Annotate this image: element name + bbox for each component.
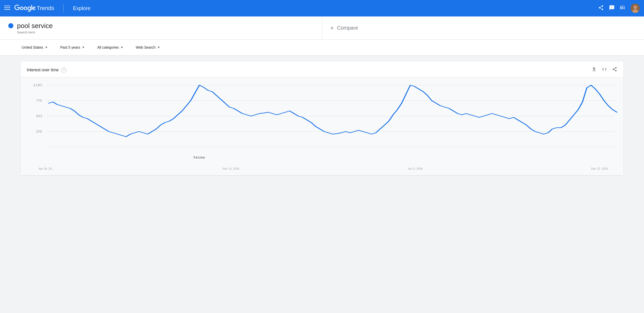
- time-range-label: Past 5 years: [60, 45, 80, 49]
- region-label: United States: [22, 45, 43, 49]
- search-type-label: Web Search: [136, 45, 156, 49]
- header-explore-label: Explore: [73, 5, 90, 11]
- share-icon[interactable]: [598, 5, 604, 12]
- search-type-filter[interactable]: Web Search ▼: [135, 44, 161, 51]
- category-filter[interactable]: All categories ▼: [96, 44, 125, 51]
- chart-header: Interest over time ?: [21, 67, 623, 77]
- svg-rect-2: [4, 9, 10, 10]
- interest-chart: 100 75 50 25 Note: [21, 77, 623, 165]
- header-divider: [63, 4, 64, 12]
- search-term-text: pool service: [17, 22, 53, 30]
- user-avatar[interactable]: [631, 4, 640, 13]
- svg-point-4: [633, 5, 637, 9]
- chart-title-row: Interest over time ?: [27, 67, 66, 73]
- google-trends-logo: Trends: [14, 5, 54, 12]
- category-label: All categories: [97, 45, 119, 49]
- compare-plus-icon: +: [330, 24, 334, 32]
- svg-rect-1: [4, 7, 10, 8]
- download-icon[interactable]: [591, 67, 597, 73]
- logo-trends-text: Trends: [37, 5, 54, 12]
- filter-bar: United States ▼ Past 5 years ▼ All categ…: [0, 40, 644, 55]
- region-chevron-icon: ▼: [45, 46, 48, 49]
- search-type-chevron-icon: ▼: [157, 46, 160, 49]
- x-label-2: Nov 13, 2016: [223, 167, 239, 170]
- svg-text:75: 75: [36, 99, 42, 102]
- feedback-icon[interactable]: [609, 5, 615, 12]
- compare-label: Compare: [337, 25, 358, 31]
- search-term-row: pool service: [8, 22, 314, 30]
- search-area: pool service Search term + Compare: [0, 16, 644, 40]
- x-axis-labels: Apr 26, 20... Nov 13, 2016 Jun 3, 2018 D…: [21, 166, 623, 173]
- help-icon[interactable]: ?: [61, 67, 66, 73]
- x-label-1: Apr 26, 20...: [39, 167, 54, 170]
- chart-actions: [591, 67, 617, 73]
- app-header: Trends Explore: [0, 0, 644, 16]
- chart-container: 100 75 50 25 Note Apr 26, 20... Nov 13, …: [21, 77, 623, 175]
- svg-rect-0: [4, 6, 10, 6]
- svg-text:50: 50: [36, 114, 42, 118]
- x-label-3: Jun 3, 2018: [408, 167, 423, 170]
- time-range-filter[interactable]: Past 5 years ▼: [59, 44, 86, 51]
- search-term-type-label: Search term: [17, 30, 314, 34]
- chart-section: Interest over time ? 10: [21, 62, 623, 175]
- compare-box[interactable]: + Compare: [322, 16, 644, 39]
- header-right: [598, 4, 640, 13]
- category-chevron-icon: ▼: [120, 46, 124, 49]
- svg-text:Note: Note: [193, 155, 205, 159]
- chart-title: Interest over time: [27, 68, 59, 72]
- svg-text:25: 25: [36, 129, 42, 133]
- x-label-4: Dec 22, 2019: [591, 167, 608, 170]
- apps-icon[interactable]: [620, 5, 625, 12]
- search-term-dot: [8, 23, 13, 28]
- chart-share-icon[interactable]: [612, 67, 617, 73]
- menu-icon[interactable]: [4, 5, 10, 12]
- help-question-mark: ?: [63, 68, 65, 72]
- embed-icon[interactable]: [602, 67, 607, 73]
- header-left: Trends Explore: [4, 4, 90, 12]
- time-range-chevron-icon: ▼: [82, 46, 85, 49]
- region-filter[interactable]: United States ▼: [21, 44, 49, 51]
- search-term-box[interactable]: pool service Search term: [0, 16, 322, 39]
- svg-text:100: 100: [33, 83, 42, 87]
